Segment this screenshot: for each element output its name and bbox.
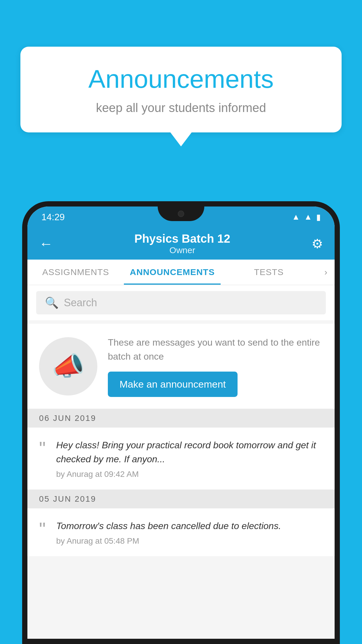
- app-bar-title-section: Physics Batch 12 Owner: [53, 232, 312, 255]
- promo-right: These are messages you want to send to t…: [108, 335, 323, 397]
- speech-bubble-card: Announcements keep all your students inf…: [20, 47, 342, 132]
- phone-inner: 14:29 ▲ ▲ ▮ ← Physics Batch 12 Owner ⚙: [27, 206, 335, 639]
- wifi-icon: ▲: [292, 212, 300, 222]
- speech-bubble-section: Announcements keep all your students inf…: [20, 47, 342, 146]
- status-icons: ▲ ▲ ▮: [292, 212, 321, 222]
- search-placeholder: Search: [64, 297, 97, 309]
- phone-container: 14:29 ▲ ▲ ▮ ← Physics Batch 12 Owner ⚙: [22, 201, 340, 644]
- phone-outer: 14:29 ▲ ▲ ▮ ← Physics Batch 12 Owner ⚙: [22, 201, 340, 644]
- speech-bubble-tail: [170, 132, 192, 146]
- search-bar-wrapper: 🔍 Search: [27, 285, 335, 320]
- search-icon: 🔍: [45, 296, 59, 309]
- tab-assignments[interactable]: ASSIGNMENTS: [27, 260, 124, 285]
- announcement-content-1: Hey class! Bring your practical record b…: [56, 438, 323, 479]
- app-bar-subtitle: Owner: [53, 245, 312, 255]
- phone-notch: [158, 206, 204, 221]
- make-announcement-button[interactable]: Make an announcement: [108, 372, 238, 397]
- search-bar[interactable]: 🔍 Search: [36, 291, 326, 314]
- app-bar-title: Physics Batch 12: [53, 232, 312, 245]
- settings-icon[interactable]: ⚙: [312, 236, 323, 251]
- tab-tests[interactable]: TESTS: [221, 260, 317, 285]
- app-bar: ← Physics Batch 12 Owner ⚙: [27, 228, 335, 260]
- promo-section: 📣 These are messages you want to send to…: [27, 324, 335, 409]
- bubble-subtitle: keep all your students informed: [44, 101, 318, 115]
- back-button[interactable]: ←: [39, 236, 53, 252]
- announcement-content-2: Tomorrow's class has been cancelled due …: [56, 519, 323, 546]
- content-area: 🔍 Search 📣 These are messages you want t…: [27, 285, 335, 639]
- announcement-meta-2: by Anurag at 05:48 PM: [56, 536, 323, 546]
- date-header-2: 05 JUN 2019: [27, 490, 335, 508]
- announcement-item-2: " Tomorrow's class has been cancelled du…: [27, 508, 335, 556]
- quote-icon-2: ": [39, 520, 46, 539]
- announcement-item-1: " Hey class! Bring your practical record…: [27, 428, 335, 490]
- tab-more[interactable]: ›: [317, 260, 335, 285]
- promo-icon-circle: 📣: [39, 337, 97, 396]
- promo-description: These are messages you want to send to t…: [108, 335, 323, 363]
- bubble-title: Announcements: [44, 64, 318, 94]
- announcement-text-2: Tomorrow's class has been cancelled due …: [56, 519, 323, 533]
- tab-announcements[interactable]: ANNOUNCEMENTS: [124, 260, 220, 285]
- battery-icon: ▮: [316, 212, 321, 222]
- date-header-1: 06 JUN 2019: [27, 409, 335, 428]
- quote-icon-1: ": [39, 439, 46, 458]
- megaphone-icon: 📣: [52, 351, 85, 382]
- announcement-meta-1: by Anurag at 09:42 AM: [56, 470, 323, 479]
- notch-camera: [178, 211, 184, 217]
- tabs-bar: ASSIGNMENTS ANNOUNCEMENTS TESTS ›: [27, 260, 335, 285]
- status-time: 14:29: [41, 212, 65, 223]
- announcement-text-1: Hey class! Bring your practical record b…: [56, 438, 323, 466]
- signal-icon: ▲: [304, 212, 312, 222]
